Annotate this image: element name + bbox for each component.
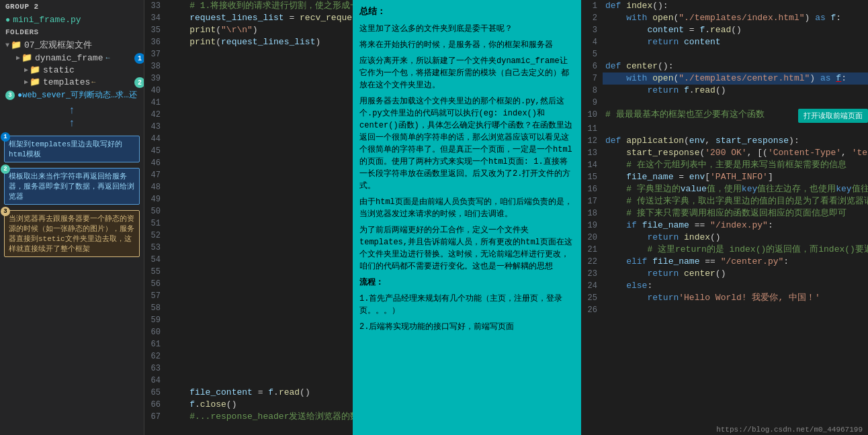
sidebar-item-mini-frame[interactable]: ● mini_frame.py — [0, 13, 144, 26]
code-line-r19: 19 if file_name == "/index.py": — [581, 220, 868, 232]
line-content-35: print("\r\n") — [166, 24, 353, 36]
folder-label-static: static — [43, 65, 75, 75]
code-line-r15: 15 file_name = env['PATH_INFO'] — [581, 171, 868, 183]
code-line-63: 63 — [144, 362, 353, 375]
folder-icon: 📁 — [30, 77, 40, 87]
code-line-62: 62 — [144, 350, 353, 362]
code-line-r17: 17 # 传送过来字典，取出字典里边的值的目的是为了看看浏览器请求的资源是什么 — [581, 195, 868, 207]
annotation-content4: 用服务器去加载这个文件夹里边的那个框架的.py,然后这个.py文件里边的代码就可… — [359, 95, 574, 192]
code-line-r8: 8 return f.read() — [581, 85, 868, 97]
folder-dynamic-frame[interactable]: ▶ 📁 dynamic_frame ← 1 — [0, 52, 144, 64]
annotation-text-2: 模板取出来当作字符串再返回给服务器，服务器即拿到了数据，再返回给浏览器 — [9, 173, 134, 201]
code-line-42: 42 — [144, 109, 353, 121]
code-line-55: 55 — [144, 266, 353, 278]
annotation-box-2: 2 模板取出来当作字符串再返回给服务器，服务器即拿到了数据，再返回给浏览器 — [4, 168, 140, 205]
code-line-64: 64 — [144, 375, 353, 387]
chevron-down-icon: ▼ — [5, 42, 9, 49]
chevron-right-icon: ▶ — [24, 78, 28, 86]
annotation-panel: 总结： 这里加了这么多的文件夹到底是委干甚呢？ 将来在开始执行的时候，是服务器，… — [353, 0, 581, 435]
code-line-67: 67 #...response_header发送给浏览器的数据 — [144, 411, 353, 423]
chevron-right-icon: ▶ — [16, 54, 20, 62]
code-line-37: 37 — [144, 48, 353, 60]
annotation-title: 总结： — [359, 5, 574, 19]
badge-2: 2 — [134, 77, 144, 88]
folder-label-dynamic: dynamic_frame — [35, 53, 103, 63]
code-line-39: 39 — [144, 72, 353, 85]
annotation-content3: 应该分离开来，所以新建了一个文件夹dynamic_frame让它作为一个包，将搭… — [359, 55, 574, 91]
folder-label-templates: templates — [43, 77, 90, 87]
code-line-r21: 21 # 这里return的是 index()的返回值，而index()要返回一… — [581, 244, 868, 256]
annotation-text-3: 当浏览器再去跟服务器要一个静态的资源的时候（如一张静态的图片），服务器直接到st… — [9, 215, 134, 253]
annotation-content2: 将来在开始执行的时候，是服务器，你的框架和服务器 — [359, 39, 574, 51]
folder-icon: 📁 — [30, 64, 40, 75]
code-line-r22: 22 elif file_name == "/center.py": — [581, 256, 868, 268]
vertical-arrows: ↑ ↑ — [0, 105, 144, 130]
code-line-47: 47 — [144, 169, 353, 181]
folder-templates[interactable]: ▶ 📁 templates ← 2 — [0, 76, 144, 88]
line-content-34: request_lines_list = recv_request_c — [166, 12, 353, 24]
folder-label-07: 07_宏观框架文件 — [24, 39, 92, 51]
line-num-36: 36 — [144, 36, 166, 48]
code-line-r20: 20 return index() — [581, 232, 868, 244]
annotation-box-1: 1 框架到templates里边去取写好的html模板 — [4, 136, 140, 162]
chevron-right-icon: ▶ — [24, 66, 28, 74]
line-num-67: 67 — [144, 411, 166, 423]
code-area-right: 1 def index(): 2 with open("./templates/… — [581, 0, 868, 435]
badge-1: 1 — [134, 53, 144, 64]
code-line-34: 34 request_lines_list = recv_request_c — [144, 12, 353, 24]
annotation-content7-title: 流程： — [359, 277, 574, 289]
code-line-r4: 4 return content — [581, 36, 868, 48]
code-line-r14: 14 # 在这个元组列表中，主要是用来写当前框架需要的信息 — [581, 159, 868, 171]
folder-icon: 📁 — [21, 52, 32, 63]
code-line-59: 59 — [144, 314, 353, 326]
main-content: 33 # 1.将接收到的请求进行切割，使之形成一个 34 request_lin… — [144, 0, 868, 435]
code-line-r1: 1 def index(): — [581, 0, 868, 12]
code-line-35: 35 print("\r\n") — [144, 24, 353, 36]
line-num-33: 33 — [144, 0, 166, 12]
btn-open-front[interactable]: 打开读取前端页面 — [798, 109, 868, 123]
code-line-r26: 26 — [581, 304, 868, 316]
code-line-36: 36 print(request_lines_list) — [144, 36, 353, 48]
code-line-r13: 13 start_response('200 OK', [('Content-T… — [581, 147, 868, 159]
annotation-text-1: 框架到templates里边去取写好的html模板 — [9, 140, 122, 158]
web-server-label: ●web_sever_可判断动态…求…还 — [17, 89, 137, 101]
arrow-indicator: ← — [105, 54, 110, 62]
code-line-r6: 6 def center(): — [581, 60, 868, 72]
code-line-45: 45 — [144, 145, 353, 157]
code-panel-right: 1 def index(): 2 with open("./templates/… — [581, 0, 868, 435]
code-line-r3: 3 content = f.read() — [581, 24, 868, 36]
line-content-65: file_content = f.read() — [166, 387, 353, 399]
code-area-left: 33 # 1.将接收到的请求进行切割，使之形成一个 34 request_lin… — [144, 0, 353, 435]
web-server-item[interactable]: 3 ●web_sever_可判断动态…求…还 — [0, 88, 144, 102]
code-line-49: 49 — [144, 193, 353, 205]
line-content-37 — [166, 48, 353, 60]
arrow-indicator-yellow: ← — [91, 79, 95, 86]
code-line-48: 48 — [144, 181, 353, 193]
code-line-58: 58 — [144, 302, 353, 314]
code-line-54: 54 — [144, 254, 353, 266]
annotation-content1: 这里加了这么多的文件夹到底是委干甚呢？ — [359, 23, 574, 35]
code-line-r10: 10 # 最最最基本的框架也至少要有这个函数 打开读取前端页面 — [581, 109, 868, 123]
code-line-r24: 24 else: — [581, 280, 868, 292]
folder-static[interactable]: ▶ 📁 static — [0, 64, 144, 76]
annotation-content7-1: 1.首先产品经理来规划有几个功能（主页，注册页，登录页。。。） — [359, 293, 574, 317]
line-num-66: 66 — [144, 399, 166, 411]
folders-header: FOLDERS — [0, 26, 144, 38]
code-line-r2: 2 with open("./templates/index.html") as… — [581, 12, 868, 24]
code-line-33: 33 # 1.将接收到的请求进行切割，使之形成一个 — [144, 0, 353, 12]
code-line-56: 56 — [144, 278, 353, 290]
status-bar: https://blog.csdn.net/m0_44967199 — [711, 424, 868, 435]
code-line-r16: 16 # 字典里边的value值，使用key值往左边存，也使用key值往外边取 — [581, 183, 868, 195]
code-line-r23: 23 return center() — [581, 268, 868, 280]
line-num-35: 35 — [144, 24, 166, 36]
file-icon: ● — [5, 15, 10, 25]
folder-07[interactable]: ▼ 📁 07_宏观框架文件 — [0, 38, 144, 52]
code-line-r18: 18 # 接下来只需要调用相应的函数返回相应的页面信息即可 — [581, 207, 868, 220]
code-line-52: 52 — [144, 230, 353, 242]
code-line-r25: 25 return'Hello World! 我爱你, 中国！' — [581, 292, 868, 304]
code-line-65: 65 file_content = f.read() — [144, 387, 353, 399]
code-line-r12: 12 def application(env, start_response): — [581, 135, 868, 147]
code-line-r5: 5 — [581, 48, 868, 60]
code-line-60: 60 — [144, 326, 353, 338]
line-content-36: print(request_lines_list) — [166, 36, 353, 48]
